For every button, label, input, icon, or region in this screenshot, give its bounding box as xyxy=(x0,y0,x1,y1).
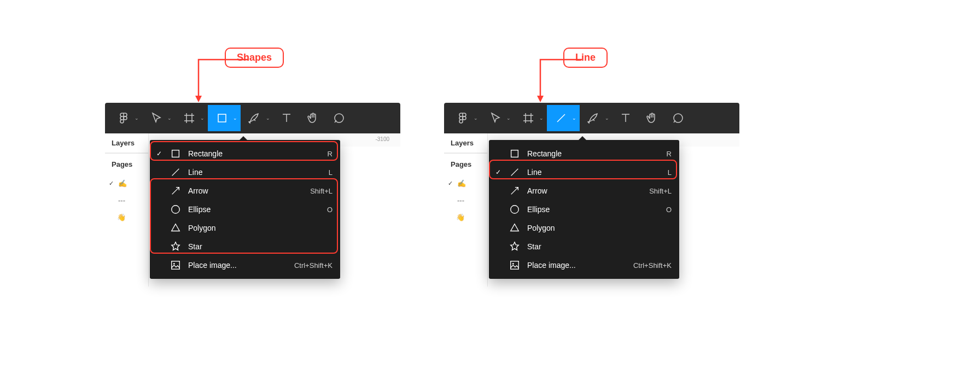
pen-tool-button[interactable]: ⌄ xyxy=(580,105,612,131)
chevron-down-icon: ⌄ xyxy=(266,115,270,121)
comment-icon xyxy=(332,112,346,125)
shape-tool-button[interactable]: ⌄ xyxy=(547,105,580,131)
figma-menu-button[interactable]: ⌄ xyxy=(448,105,481,131)
pen-tool-button[interactable]: ⌄ xyxy=(241,105,273,131)
image-icon xyxy=(509,259,521,271)
shape-menu-item-image[interactable]: Place image...Ctrl+Shift+K xyxy=(489,256,679,274)
shape-tool-button[interactable]: ⌄ xyxy=(208,105,241,131)
checkmark-icon: ✓ xyxy=(155,150,163,157)
ruler-tick: -3100 xyxy=(375,136,389,142)
hand-icon xyxy=(645,112,658,125)
hand-icon xyxy=(306,112,319,125)
layers-panel: Layers Pages ✓ ✍️ --- 👋 xyxy=(105,133,149,286)
hand-tool-button[interactable] xyxy=(300,105,326,131)
shape-menu-item-arrow[interactable]: ArrowShift+L xyxy=(150,182,340,200)
text-tool-button[interactable] xyxy=(273,105,300,131)
menu-item-shortcut: Shift+L xyxy=(649,187,672,195)
menu-item-label: Rectangle xyxy=(527,149,660,158)
chevron-down-icon: ⌄ xyxy=(135,115,139,121)
shape-menu-item-star[interactable]: Star xyxy=(489,237,679,256)
menu-item-shortcut: R xyxy=(667,150,672,158)
arrow-icon xyxy=(509,185,521,197)
figma-logo-icon xyxy=(117,112,130,125)
polygon-icon xyxy=(509,222,521,234)
arrow-svg xyxy=(527,55,587,104)
layers-tab[interactable]: Layers xyxy=(105,133,148,153)
menu-item-shortcut: Ctrl+Shift+K xyxy=(633,261,672,270)
text-tool-button[interactable] xyxy=(612,105,639,131)
text-icon xyxy=(619,112,632,125)
shape-menu-item-polygon[interactable]: Polygon xyxy=(489,219,679,237)
page-divider-item[interactable]: --- xyxy=(105,192,148,209)
svg-point-0 xyxy=(124,116,127,120)
text-icon xyxy=(280,112,293,125)
arrow-icon xyxy=(170,185,182,197)
layers-tab[interactable]: Layers xyxy=(444,133,487,153)
frame-tool-button[interactable]: ⌄ xyxy=(175,105,208,131)
star-icon xyxy=(170,241,182,253)
menu-item-shortcut: Ctrl+Shift+K xyxy=(294,261,332,270)
page-item[interactable]: ✓ ✍️ xyxy=(105,175,148,192)
annotation-shapes: Shapes xyxy=(225,48,284,68)
comment-icon xyxy=(672,112,685,125)
figma-menu-button[interactable]: ⌄ xyxy=(109,105,142,131)
menu-item-label: Polygon xyxy=(188,224,326,232)
shape-menu-item-line[interactable]: LineL xyxy=(150,163,340,182)
figma-logo-icon xyxy=(456,112,469,125)
page-emoji-icon: 👋 xyxy=(456,213,465,221)
menu-item-shortcut: Shift+L xyxy=(310,187,332,195)
page-item[interactable]: 👋 xyxy=(444,209,487,226)
frame-icon xyxy=(183,112,196,125)
rectangle-icon xyxy=(215,112,229,125)
shape-menu-item-rectangle[interactable]: RectangleR xyxy=(489,144,679,163)
pages-section-label[interactable]: Pages xyxy=(105,153,148,175)
rectangle-icon xyxy=(509,148,521,160)
checkmark-icon: ✓ xyxy=(494,168,502,176)
svg-point-3 xyxy=(172,206,180,214)
menu-item-shortcut: L xyxy=(668,168,672,177)
frame-icon xyxy=(522,112,535,125)
chevron-down-icon: ⌄ xyxy=(474,115,478,121)
chevron-down-icon: ⌄ xyxy=(572,115,576,121)
svg-point-5 xyxy=(173,263,175,265)
page-item[interactable]: ✓ ✍️ xyxy=(444,175,487,192)
toolbar: ⌄ ⌄ ⌄ ⌄ ⌄ xyxy=(105,103,400,133)
menu-item-label: Arrow xyxy=(188,186,304,195)
shape-menu-item-arrow[interactable]: ArrowShift+L xyxy=(489,182,679,200)
svg-rect-4 xyxy=(172,261,180,270)
move-tool-button[interactable]: ⌄ xyxy=(142,105,175,131)
svg-rect-2 xyxy=(172,150,179,157)
frame-tool-button[interactable]: ⌄ xyxy=(514,105,547,131)
line-icon xyxy=(555,112,568,125)
shape-menu-item-image[interactable]: Place image...Ctrl+Shift+K xyxy=(150,256,340,274)
page-item[interactable]: 👋 xyxy=(105,209,148,226)
chevron-down-icon: ⌄ xyxy=(506,115,511,121)
shape-menu-item-ellipse[interactable]: EllipseO xyxy=(150,200,340,219)
shape-menu-item-star[interactable]: Star xyxy=(150,237,340,256)
svg-rect-1 xyxy=(218,114,226,122)
menu-item-shortcut: O xyxy=(327,206,332,214)
menu-item-label: Line xyxy=(527,168,661,177)
page-divider-item[interactable]: --- xyxy=(444,192,487,209)
comment-tool-button[interactable] xyxy=(665,105,691,131)
figma-screenshot-right: ⌄ ⌄ ⌄ ⌄ ⌄ Layers Pages xyxy=(444,103,739,286)
shape-menu-item-line[interactable]: ✓LineL xyxy=(489,163,679,182)
image-icon xyxy=(170,259,182,271)
comment-tool-button[interactable] xyxy=(326,105,352,131)
menu-item-label: Ellipse xyxy=(527,205,660,214)
shape-menu-item-rectangle[interactable]: ✓RectangleR xyxy=(150,144,340,163)
annotation-line: Line xyxy=(563,48,608,68)
shape-dropdown: ✓RectangleRLineLArrowShift+LEllipseOPoly… xyxy=(150,140,340,279)
move-tool-button[interactable]: ⌄ xyxy=(481,105,514,131)
pages-section-label[interactable]: Pages xyxy=(444,153,487,175)
checkmark-icon: ✓ xyxy=(446,180,454,187)
chevron-down-icon: ⌄ xyxy=(233,115,237,121)
shape-menu-item-ellipse[interactable]: EllipseO xyxy=(489,200,679,219)
ellipse-icon xyxy=(509,203,521,215)
checkmark-icon: ✓ xyxy=(107,180,115,187)
svg-point-10 xyxy=(512,263,514,265)
polygon-icon xyxy=(170,222,182,234)
shape-menu-item-polygon[interactable]: Polygon xyxy=(150,219,340,237)
hand-tool-button[interactable] xyxy=(639,105,665,131)
layers-panel: Layers Pages ✓ ✍️ --- 👋 xyxy=(444,133,488,286)
